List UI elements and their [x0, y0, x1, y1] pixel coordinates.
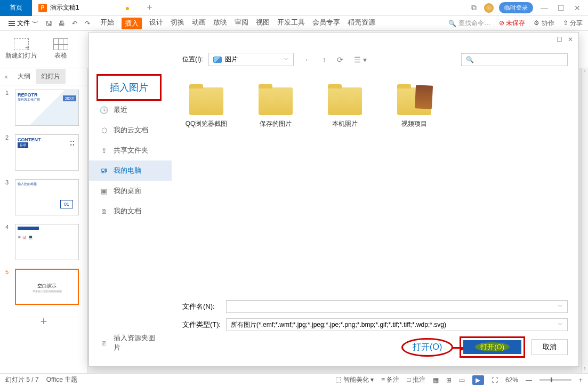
open-button-highlight: 打开(O) [460, 336, 525, 358]
folder-local-photos[interactable]: 本机照片 [321, 87, 369, 128]
home-tab[interactable]: 首页 [0, 0, 32, 16]
hamburger-icon [9, 21, 15, 26]
chevron-down-icon: ﹀ [558, 303, 563, 310]
nav-back-icon[interactable]: ← [304, 55, 312, 64]
menu-tabs: 开始 插入 设计 切换 动画 放映 审阅 视图 开发工具 会员专享 稻壳资源 [100, 18, 375, 29]
menu-design[interactable]: 设计 [149, 18, 163, 29]
file-menu[interactable]: 文件 ﹀ [5, 18, 42, 29]
nav-up-icon[interactable]: ↑ [323, 55, 326, 64]
fit-icon[interactable]: ⛶ [492, 376, 498, 384]
zoom-slider[interactable] [539, 379, 571, 381]
menu-devtools[interactable]: 开发工具 [277, 18, 305, 29]
maximize-icon[interactable]: ☐ [555, 2, 567, 14]
new-slide-icon: + [14, 38, 29, 50]
slide-number: 3 [5, 179, 12, 215]
vertical-scrollbar[interactable]: ˆ› [581, 68, 588, 373]
collapse-panel-icon[interactable]: « [0, 73, 12, 81]
zoom-out-button[interactable]: — [526, 376, 532, 384]
notes-button[interactable]: ≡ 备注 [381, 375, 399, 384]
undo-icon[interactable]: ↶ [70, 19, 79, 28]
zoom-level[interactable]: 62% [505, 376, 518, 384]
avatar[interactable] [484, 3, 494, 13]
location-dropdown[interactable]: 图片 ﹀ [208, 53, 294, 66]
normal-view-icon[interactable]: ▦ [433, 376, 439, 384]
slideshow-button[interactable]: ▶ [472, 375, 484, 385]
share-button[interactable]: ⇪ 分享 [563, 19, 583, 28]
document-icon: 🗎 [100, 207, 108, 215]
slide-thumbnail-2[interactable]: 2 CONTENT目录▪ ▪▪ ▪ [0, 130, 87, 175]
outline-tab[interactable]: 大纲 [12, 69, 36, 84]
menu-start[interactable]: 开始 [100, 18, 114, 29]
chevron-down-icon: ﹀ [558, 321, 563, 328]
folder-icon [259, 87, 293, 115]
filename-input[interactable]: ﹀ [226, 300, 568, 313]
redo-icon[interactable]: ↷ [83, 19, 92, 28]
folder-qq-screenshots[interactable]: QQ浏览器截图 [182, 87, 230, 128]
save-icon[interactable]: 🖫 [45, 19, 53, 28]
chevron-down-icon: ﹀ [284, 56, 289, 63]
add-slide-button[interactable]: + [0, 309, 87, 334]
unsaved-indicator[interactable]: ⊘ 未保存 [499, 19, 525, 28]
reading-view-icon[interactable]: ▭ [459, 376, 465, 384]
sorter-view-icon[interactable]: ⊞ [446, 376, 452, 384]
dialog-close-icon[interactable]: ✕ [568, 36, 573, 43]
menu-slideshow[interactable]: 放映 [213, 18, 227, 29]
menu-review[interactable]: 审阅 [235, 18, 248, 29]
slide-thumbnail-3[interactable]: 3 输入您的标题01 [0, 175, 87, 220]
nav-newfolder-icon[interactable]: ⟳ [337, 55, 343, 64]
folder-icon [328, 87, 362, 115]
sidebar-recent[interactable]: 🕓最近 [89, 100, 172, 120]
filetype-dropdown[interactable]: 所有图片(*.emf;*.wmf;*.jpg;*.jpeg;*.jpe;*.pn… [226, 318, 568, 331]
clock-icon: 🕓 [100, 106, 108, 114]
minimize-icon[interactable]: — [538, 2, 550, 14]
sidebar-desktop[interactable]: ▣我的桌面 [89, 181, 172, 201]
login-button[interactable]: 临时登录 [499, 2, 533, 13]
comments-button[interactable]: □ 批注 [407, 375, 425, 384]
menu-member[interactable]: 会员专享 [312, 18, 340, 29]
folder-video-projects[interactable]: 视频项目 [390, 87, 438, 128]
cancel-button[interactable]: 取消 [531, 339, 568, 355]
slide-thumbnail-1[interactable]: 1 REPOTR简约风工作汇报20XX [0, 85, 87, 130]
slides-tab[interactable]: 幻灯片 [36, 69, 66, 84]
desktop-icon: ▣ [100, 187, 108, 195]
table-button[interactable]: 表格 [53, 38, 68, 60]
presentation-icon: P [38, 4, 47, 12]
menu-view[interactable]: 视图 [256, 18, 270, 29]
filename-label: 文件名(N): [182, 302, 222, 311]
slide-number: 1 [5, 90, 12, 126]
menu-insert[interactable]: 插入 [122, 18, 142, 29]
open-button[interactable]: 打开(O) [463, 340, 521, 354]
computer-icon: 🖳 [100, 166, 108, 175]
print-icon[interactable]: 🖶 [58, 19, 66, 28]
sidebar-documents[interactable]: 🗎我的文档 [89, 201, 172, 221]
dialog-maximize-icon[interactable]: ☐ [557, 36, 562, 43]
reading-mode-icon[interactable]: ⧉ [469, 1, 479, 14]
add-tab-button[interactable]: + [147, 2, 152, 13]
dialog-search-input[interactable]: 🔍 [461, 53, 568, 66]
new-slide-label: 新建幻灯片 [5, 51, 37, 60]
menu-transition[interactable]: 切换 [171, 18, 184, 29]
slide-count: 幻灯片 5 / 7 [5, 375, 39, 384]
document-tab[interactable]: P 演示文稿1 ● [32, 0, 136, 16]
zoom-in-button[interactable]: + [579, 376, 583, 384]
status-bar: 幻灯片 5 / 7 Office 主题 ⬚ 智能美化 ▾ ≡ 备注 □ 批注 ▦… [0, 373, 588, 386]
file-label: 文件 [17, 19, 30, 28]
slide-number: 4 [5, 224, 12, 260]
slide-thumbnail-5[interactable]: 5 空白演示单击输入您的封面副标题 [0, 264, 87, 309]
command-search[interactable]: 🔍 查找命令… [448, 19, 490, 28]
menu-resources[interactable]: 稻壳资源 [348, 18, 375, 29]
slide-thumbnail-4[interactable]: 4 🖥 📊 💻 [0, 220, 87, 264]
sidebar-cloud[interactable]: ⬡我的云文档 [89, 120, 172, 140]
menu-animation[interactable]: 动画 [192, 18, 206, 29]
smart-beautify-button[interactable]: ⬚ 智能美化 ▾ [335, 375, 374, 384]
slide-list[interactable]: 1 REPOTR简约风工作汇报20XX 2 CONTENT目录▪ ▪▪ ▪ 3 … [0, 85, 87, 334]
folder-saved-pictures[interactable]: 保存的图片 [252, 87, 300, 128]
sidebar-shared[interactable]: ⇪共享文件夹 [89, 140, 172, 160]
new-slide-button[interactable]: + 新建幻灯片 [5, 38, 37, 60]
table-icon [53, 38, 68, 50]
sidebar-computer[interactable]: 🖳我的电脑 [89, 160, 172, 181]
sidebar-insert-resource[interactable]: ⎚插入资源夹图片 [89, 328, 172, 358]
collab-button[interactable]: ⚙ 协作 [534, 19, 554, 28]
close-icon[interactable]: ✕ [572, 2, 583, 14]
view-mode-icon[interactable]: ☰ ▾ [354, 55, 367, 64]
